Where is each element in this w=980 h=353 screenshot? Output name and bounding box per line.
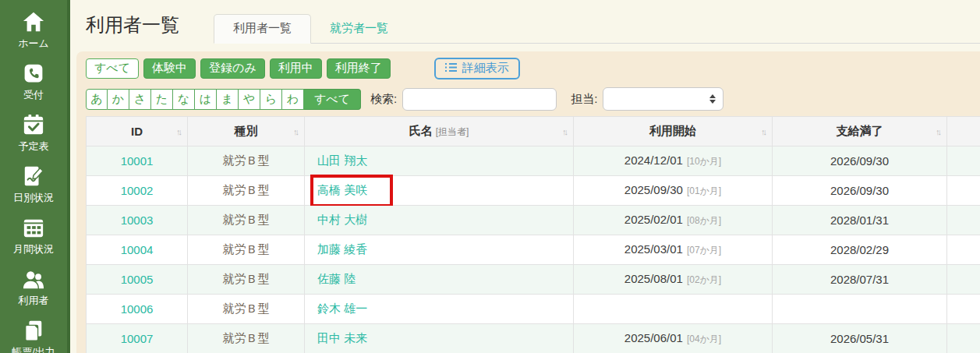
user-id-link[interactable]: 10001 <box>121 154 154 168</box>
kana-filter-ta[interactable]: た <box>151 89 173 110</box>
search-input[interactable] <box>402 88 557 111</box>
use-start-cell: 2025/09/30[01か月] <box>574 176 773 206</box>
kana-filter-group: あ か さ た な は ま や ら わ すべて <box>86 89 361 110</box>
sidebar: ホーム 受付 予定表 日別状況 月間状況 <box>0 0 70 353</box>
status-filter-inuse-button[interactable]: 利用中 <box>270 58 322 79</box>
staff-select[interactable] <box>603 87 724 111</box>
sidebar-item-schedule[interactable]: 予定表 <box>0 108 67 159</box>
status-filter-trial-button[interactable]: 体験中 <box>143 58 196 79</box>
user-name-link[interactable]: 山田 翔太 <box>317 154 367 167</box>
kana-filter-ya[interactable]: や <box>239 89 260 110</box>
extra-cell <box>947 324 980 353</box>
column-header-name-sub: [担当者] <box>436 126 469 137</box>
kana-filter-sa[interactable]: さ <box>129 89 151 110</box>
kana-filter-wa[interactable]: わ <box>282 89 304 110</box>
user-id-link[interactable]: 10006 <box>121 302 154 316</box>
user-id-link[interactable]: 10003 <box>121 214 154 227</box>
tab-user-list[interactable]: 利用者一覧 <box>214 14 311 44</box>
extra-cell <box>947 295 980 324</box>
expiry-cell <box>773 295 947 324</box>
sidebar-item-monthly-status[interactable]: 月間状況 <box>0 210 67 262</box>
expiry-cell: 2028/07/31 <box>773 265 947 295</box>
user-id-link[interactable]: 10004 <box>121 243 154 256</box>
table-row: 10001 就労Ｂ型 山田 翔太 2024/12/01[10か月] 2026/0… <box>87 146 980 176</box>
sidebar-item-reports[interactable]: 帳票/出力 <box>0 313 67 353</box>
users-icon <box>22 268 45 290</box>
user-type: 就労Ｂ型 <box>188 176 305 206</box>
user-type: 就労Ｂ型 <box>188 265 305 295</box>
user-id-link[interactable]: 10007 <box>121 332 154 345</box>
detail-view-button[interactable]: 詳細表示 <box>434 58 520 79</box>
use-start-cell: 2024/12/01[10か月] <box>574 146 773 176</box>
status-filter-ended-button[interactable]: 利用終了 <box>327 58 391 79</box>
sort-icon: ↑↓ <box>936 127 939 136</box>
sidebar-item-reception[interactable]: 受付 <box>0 56 67 108</box>
user-type: 就労Ｂ型 <box>188 324 305 353</box>
use-start-cell: 2025/08/01[02か月] <box>574 265 773 295</box>
sidebar-item-label: 月間状況 <box>13 242 54 256</box>
user-name-link[interactable]: 中村 大樹 <box>317 213 367 226</box>
kana-filter-ma[interactable]: ま <box>217 89 239 110</box>
kana-filter-ra[interactable]: ら <box>260 89 282 110</box>
user-name-link[interactable]: 佐藤 陸 <box>317 272 356 285</box>
staff-label: 担当: <box>571 92 597 107</box>
column-header-type[interactable]: 種別↑↓ <box>188 117 305 146</box>
expiry-cell: 2026/05/31 <box>773 324 947 353</box>
extra-cell <box>947 235 980 265</box>
status-filter-all-button[interactable]: すべて <box>86 58 139 79</box>
tab-worker-list[interactable]: 就労者一覧 <box>311 15 407 43</box>
column-header-id[interactable]: ID↑↓ <box>87 117 188 146</box>
filter-panel: すべて 体験中 登録のみ 利用中 利用終了 詳細表示 あ か さ た <box>76 51 980 353</box>
use-start-cell: 2025/02/01[08か月] <box>574 206 773 235</box>
sidebar-item-label: ホーム <box>18 37 49 51</box>
use-start-cell: 2025/06/01[04か月] <box>574 324 773 353</box>
kana-filter-ka[interactable]: か <box>108 89 129 110</box>
user-id-link[interactable]: 10005 <box>121 273 154 286</box>
user-name-link[interactable]: 加藤 綾香 <box>317 242 367 256</box>
expiry-cell: 2026/09/30 <box>773 176 947 206</box>
note-edit-icon <box>22 165 45 187</box>
use-start-cell: 2025/03/01[07か月] <box>574 235 773 265</box>
sort-icon: ↑↓ <box>562 127 566 136</box>
user-type: 就労Ｂ型 <box>188 206 305 235</box>
table-row: 10002 就労Ｂ型 高橋 美咲 2025/09/30[01か月] 2026/0… <box>87 176 980 206</box>
list-icon <box>445 62 457 75</box>
sidebar-item-daily-status[interactable]: 日別状況 <box>0 159 67 210</box>
sort-icon: ↑↓ <box>293 127 297 136</box>
tab-bar: 利用者一覧 就労者一覧 <box>214 0 980 44</box>
user-table: ID↑↓ 種別↑↓ 氏名[担当者]↑↓ 利用開始↑↓ 支給満了↑↓ 10001 … <box>86 116 980 353</box>
column-header-start[interactable]: 利用開始↑↓ <box>574 117 773 146</box>
column-header-expiry[interactable]: 支給満了↑↓ <box>773 117 947 146</box>
table-row: 10003 就労Ｂ型 中村 大樹 2025/02/01[08か月] 2028/0… <box>87 206 980 235</box>
column-header-name[interactable]: 氏名[担当者]↑↓ <box>305 117 574 146</box>
status-filter-row: すべて 体験中 登録のみ 利用中 利用終了 詳細表示 <box>86 58 980 79</box>
status-filter-registered-button[interactable]: 登録のみ <box>200 58 265 79</box>
home-icon <box>22 11 45 33</box>
kana-filter-a[interactable]: あ <box>86 89 108 110</box>
calendar-grid-icon <box>22 217 45 238</box>
sidebar-item-users[interactable]: 利用者 <box>0 262 67 313</box>
kana-filter-ha[interactable]: は <box>195 89 217 110</box>
table-row: 10005 就労Ｂ型 佐藤 陸 2025/08/01[02か月] 2028/07… <box>87 265 980 295</box>
user-table-container: ID↑↓ 種別↑↓ 氏名[担当者]↑↓ 利用開始↑↓ 支給満了↑↓ 10001 … <box>86 116 980 353</box>
sort-icon: ↑↓ <box>761 127 765 136</box>
sidebar-item-label: 日別状況 <box>13 191 54 205</box>
page-title: 利用者一覧 <box>86 12 179 44</box>
sidebar-item-label: 利用者 <box>19 294 49 308</box>
extra-cell <box>947 176 980 206</box>
kana-filter-na[interactable]: な <box>173 89 195 110</box>
expiry-cell: 2028/02/29 <box>773 235 947 265</box>
extra-cell <box>947 206 980 235</box>
phone-icon <box>23 62 44 84</box>
user-type: 就労Ｂ型 <box>188 295 305 324</box>
calendar-check-icon <box>22 114 45 136</box>
sidebar-item-home[interactable]: ホーム <box>0 5 67 56</box>
user-name-link[interactable]: 鈴木 雄一 <box>317 302 367 315</box>
user-id-link[interactable]: 10002 <box>121 184 154 197</box>
sidebar-item-label: 帳票/出力 <box>12 345 55 353</box>
user-name-link[interactable]: 田中 未来 <box>317 331 367 344</box>
kana-filter-all[interactable]: すべて <box>304 89 361 110</box>
extra-cell <box>947 265 980 295</box>
user-type: 就労Ｂ型 <box>188 146 305 176</box>
user-name-link[interactable]: 高橋 美咲 <box>317 183 367 196</box>
